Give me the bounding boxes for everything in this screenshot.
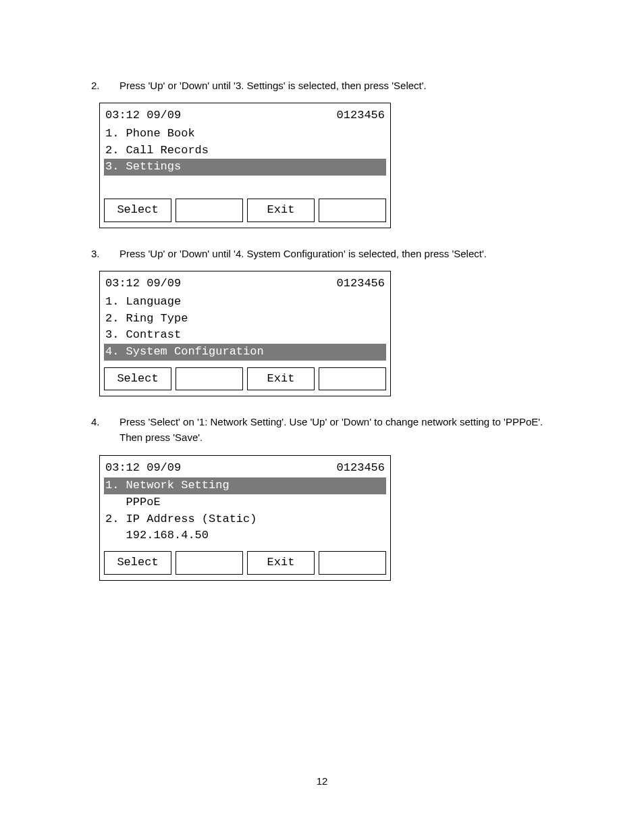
softkey-exit: Exit (247, 551, 315, 575)
softkey-blank (319, 367, 386, 391)
step-text: Press 'Up' or 'Down' until '3. Settings'… (119, 78, 553, 93)
lcd-row-selected: 1. Network Setting (104, 477, 386, 494)
softkey-blank (176, 367, 243, 391)
softkey-blank (176, 199, 243, 222)
step-number: 2. (91, 78, 119, 93)
softkey-select: Select (104, 199, 171, 222)
softkey-exit: Exit (247, 199, 315, 222)
lcd-row-blank (104, 176, 386, 192)
lcd-row: 2. IP Address (Static) (104, 511, 386, 528)
softkey-blank (319, 551, 386, 575)
instruction-step: 3. Press 'Up' or 'Down' until '4. System… (91, 246, 553, 396)
step-text-line: 2. Press 'Up' or 'Down' until '3. Settin… (91, 78, 553, 93)
softkey-blank (319, 199, 386, 222)
step-text-line: 3. Press 'Up' or 'Down' until '4. System… (91, 246, 553, 261)
lcd-row-selected: 3. Settings (104, 159, 386, 176)
lcd-header: 03:12 09/09 0123456 (104, 460, 386, 478)
lcd-code: 0123456 (337, 276, 385, 292)
lcd-screen: 03:12 09/09 0123456 1. Phone Book 2. Cal… (99, 103, 391, 228)
document-page: 2. Press 'Up' or 'Down' until '3. Settin… (0, 0, 644, 834)
lcd-row: 2. Call Records (104, 142, 386, 159)
lcd-screen: 03:12 09/09 0123456 1. Language 2. Ring … (99, 271, 391, 396)
lcd-code: 0123456 (337, 107, 385, 124)
step-text: Press 'Up' or 'Down' until '4. System Co… (119, 246, 553, 261)
step-number: 4. (91, 414, 119, 446)
softkey-select: Select (104, 367, 171, 391)
lcd-time: 03:12 09/09 (105, 276, 181, 292)
instruction-step: 2. Press 'Up' or 'Down' until '3. Settin… (91, 78, 553, 228)
lcd-header: 03:12 09/09 0123456 (104, 107, 386, 126)
lcd-row: 192.168.4.50 (104, 527, 386, 544)
lcd-screen: 03:12 09/09 0123456 1. Network Setting P… (99, 455, 391, 581)
lcd-row: 1. Language (104, 294, 386, 311)
step-text: Press 'Select' on '1: Network Setting'. … (119, 414, 553, 446)
softkey-row: Select Exit (104, 367, 386, 391)
lcd-row: PPPoE (104, 494, 386, 511)
softkey-row: Select Exit (104, 199, 386, 222)
page-number: 12 (0, 775, 644, 787)
lcd-row-selected: 4. System Configuration (104, 344, 386, 361)
lcd-time: 03:12 09/09 (105, 460, 181, 477)
lcd-time: 03:12 09/09 (105, 107, 181, 124)
lcd-header: 03:12 09/09 0123456 (104, 276, 386, 294)
softkey-exit: Exit (247, 367, 315, 391)
softkey-select: Select (104, 551, 171, 575)
lcd-code: 0123456 (337, 460, 385, 477)
softkey-blank (176, 551, 243, 575)
step-number: 3. (91, 246, 119, 261)
lcd-row: 1. Phone Book (104, 126, 386, 142)
lcd-row: 3. Contrast (104, 327, 386, 344)
softkey-row: Select Exit (104, 551, 386, 575)
step-text-line: 4. Press 'Select' on '1: Network Setting… (91, 414, 553, 446)
instruction-step: 4. Press 'Select' on '1: Network Setting… (91, 414, 553, 580)
lcd-row: 2. Ring Type (104, 311, 386, 328)
